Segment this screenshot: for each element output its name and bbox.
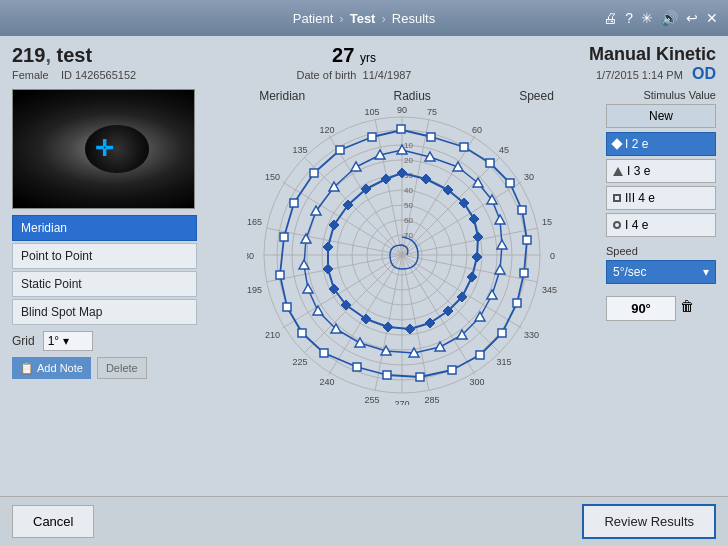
svg-rect-60 <box>520 269 528 277</box>
stimulus-item-1[interactable]: I 3 e <box>606 159 716 183</box>
svg-rect-65 <box>416 373 424 381</box>
svg-rect-64 <box>448 366 456 374</box>
svg-text:60: 60 <box>471 125 481 135</box>
breadcrumb: Patient › Test › Results <box>293 11 435 26</box>
svg-text:255: 255 <box>364 395 379 405</box>
close-icon[interactable]: ✕ <box>706 10 718 26</box>
menu-meridian[interactable]: Meridian <box>12 215 197 241</box>
angle-input[interactable]: 90° <box>606 296 676 321</box>
triangle-icon <box>613 167 623 176</box>
svg-text:90: 90 <box>396 105 406 115</box>
svg-rect-59 <box>523 236 531 244</box>
svg-text:330: 330 <box>524 330 539 340</box>
svg-text:225: 225 <box>292 357 307 367</box>
svg-marker-124 <box>381 174 391 184</box>
svg-rect-53 <box>397 125 405 133</box>
svg-marker-100 <box>351 162 361 171</box>
delete-button[interactable]: Delete <box>97 357 147 379</box>
help-icon[interactable]: ? <box>625 10 633 26</box>
patient-name: 219, test <box>12 44 172 67</box>
svg-rect-69 <box>298 329 306 337</box>
patient-age-section: 27 yrs Date of birth 11/4/1987 <box>172 44 536 81</box>
patient-info-row: 219, test Female ID 1426565152 27 yrs Da… <box>12 44 716 83</box>
patient-demographics: Female ID 1426565152 <box>12 69 172 81</box>
stimulus-item-0[interactable]: I 2 e <box>606 132 716 156</box>
left-panel: ✛ Meridian Point to Point Static Point B… <box>12 89 197 405</box>
speed-select[interactable]: 5°/sec ▾ <box>606 260 716 284</box>
speed-label: Speed <box>606 245 716 257</box>
menu-blind-spot-map[interactable]: Blind Spot Map <box>12 299 197 325</box>
svg-rect-72 <box>280 233 288 241</box>
stimulus-item-3[interactable]: I 4 e <box>606 213 716 237</box>
svg-text:210: 210 <box>264 330 279 340</box>
svg-marker-109 <box>472 252 482 262</box>
stimulus-item-2[interactable]: III 4 e <box>606 186 716 210</box>
breadcrumb-results[interactable]: Results <box>392 11 435 26</box>
back-icon[interactable]: ↩ <box>686 10 698 26</box>
svg-text:50: 50 <box>404 201 413 210</box>
grid-select[interactable]: 1° ▾ <box>43 331 93 351</box>
svg-marker-95 <box>303 284 313 293</box>
svg-marker-110 <box>467 272 477 282</box>
svg-text:270: 270 <box>394 399 409 405</box>
svg-rect-56 <box>486 159 494 167</box>
svg-text:30: 30 <box>524 172 534 182</box>
grid-label: Grid <box>12 334 35 348</box>
add-note-button[interactable]: 📋 Add Note <box>12 357 91 379</box>
svg-marker-115 <box>383 322 393 332</box>
col-meridian: Meridian <box>259 89 305 103</box>
circle-icon <box>613 221 621 229</box>
svg-marker-119 <box>323 264 333 274</box>
cancel-button[interactable]: Cancel <box>12 505 94 538</box>
svg-text:75: 75 <box>426 107 436 117</box>
test-date: 1/7/2015 1:14 PM <box>596 69 683 81</box>
svg-rect-57 <box>506 179 514 187</box>
svg-text:195: 195 <box>247 285 262 295</box>
breadcrumb-patient[interactable]: Patient <box>293 11 333 26</box>
svg-text:165: 165 <box>247 217 262 227</box>
titlebar: Patient › Test › Results 🖨 ? ✳ 🔊 ↩ ✕ <box>0 0 728 36</box>
svg-rect-66 <box>383 371 391 379</box>
menu-point-to-point[interactable]: Point to Point <box>12 243 197 269</box>
svg-marker-114 <box>405 324 415 334</box>
speed-dropdown-icon: ▾ <box>703 265 709 279</box>
svg-text:40: 40 <box>404 186 413 195</box>
svg-rect-75 <box>336 146 344 154</box>
svg-marker-107 <box>469 214 479 224</box>
patient-gender: Female <box>12 69 49 81</box>
breadcrumb-chevron2: › <box>381 11 385 26</box>
asterisk-icon[interactable]: ✳ <box>641 10 653 26</box>
trash-icon[interactable]: 🗑 <box>680 298 694 314</box>
svg-text:240: 240 <box>319 377 334 387</box>
svg-text:10: 10 <box>404 141 413 150</box>
eye-image-inner: ✛ <box>13 90 194 208</box>
new-stimulus-button[interactable]: New <box>606 104 716 128</box>
polar-chart-container: 90 270 180 0 135 45 225 315 120 60 240 3… <box>205 105 598 405</box>
svg-text:135: 135 <box>292 145 307 155</box>
breadcrumb-test[interactable]: Test <box>350 11 376 26</box>
diamond-icon <box>611 138 622 149</box>
volume-icon[interactable]: 🔊 <box>661 10 678 26</box>
svg-rect-55 <box>460 143 468 151</box>
svg-text:345: 345 <box>542 285 557 295</box>
print-icon[interactable]: 🖨 <box>603 10 617 26</box>
svg-text:105: 105 <box>364 107 379 117</box>
svg-marker-92 <box>355 338 365 347</box>
test-type: Manual Kinetic <box>536 44 716 65</box>
svg-rect-61 <box>513 299 521 307</box>
svg-rect-74 <box>310 169 318 177</box>
svg-text:315: 315 <box>496 357 511 367</box>
svg-rect-63 <box>476 351 484 359</box>
col-radius: Radius <box>393 89 430 103</box>
review-results-button[interactable]: Review Results <box>582 504 716 539</box>
svg-rect-76 <box>368 133 376 141</box>
titlebar-icons: 🖨 ? ✳ 🔊 ↩ ✕ <box>603 10 718 26</box>
menu-static-point[interactable]: Static Point <box>12 271 197 297</box>
angle-row: 90° 🗑 <box>606 290 716 321</box>
svg-text:285: 285 <box>424 395 439 405</box>
patient-id-value: 1426565152 <box>75 69 136 81</box>
analysis-menu: Meridian Point to Point Static Point Bli… <box>12 215 197 325</box>
svg-text:20: 20 <box>404 156 413 165</box>
svg-rect-58 <box>518 206 526 214</box>
svg-text:120: 120 <box>319 125 334 135</box>
